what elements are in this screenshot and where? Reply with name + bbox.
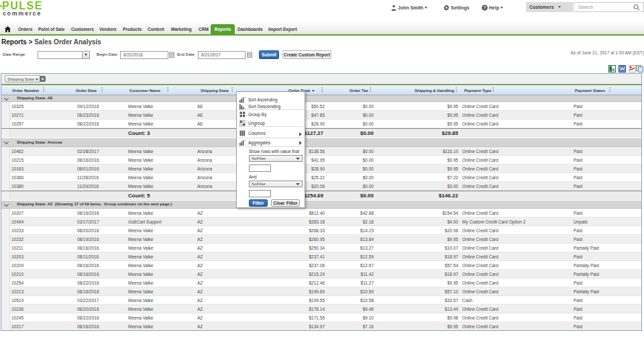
svg-text:W: W [620, 66, 625, 72]
svg-text:x: x [612, 66, 615, 72]
svg-text:?: ? [484, 5, 486, 10]
